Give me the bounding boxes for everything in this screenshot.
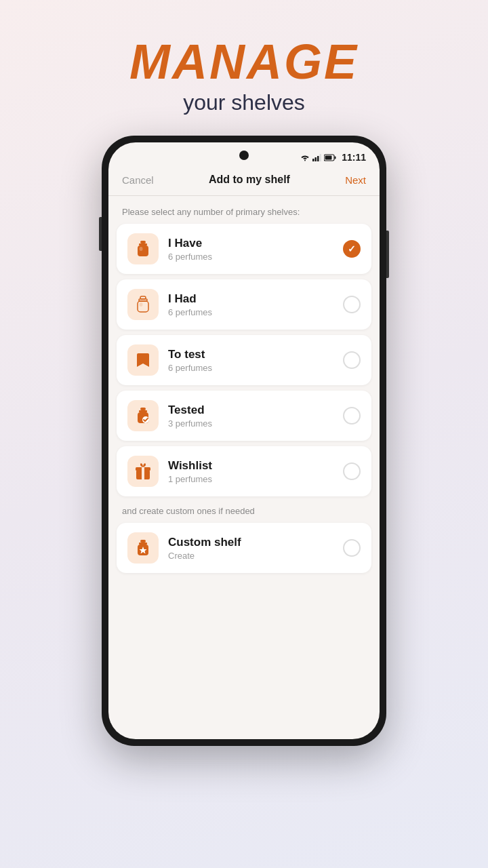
shelf-item-custom[interactable]: Custom shelf Create [117, 523, 371, 573]
svg-rect-16 [139, 410, 147, 412]
svg-rect-13 [138, 301, 148, 312]
bottle-outline-icon [134, 295, 152, 314]
svg-rect-9 [138, 245, 148, 256]
tested-icon-wrap [127, 400, 159, 431]
custom-shelf-name: Custom shelf [168, 536, 343, 549]
next-button[interactable]: Next [345, 174, 366, 186]
custom-shelf-count: Create [168, 551, 343, 561]
i-have-checkbox[interactable] [343, 240, 361, 258]
svg-point-14 [140, 302, 143, 307]
svg-rect-3 [320, 154, 322, 161]
svg-rect-6 [325, 155, 332, 159]
signal-icon [312, 154, 321, 161]
svg-rect-2 [317, 156, 319, 161]
i-have-icon-wrap [127, 233, 159, 264]
i-had-info: I Had 6 perfumes [168, 292, 343, 317]
svg-rect-24 [139, 542, 147, 545]
i-had-name: I Had [168, 292, 343, 306]
custom-shelf-info: Custom shelf Create [168, 536, 343, 561]
i-had-count: 6 perfumes [168, 307, 343, 317]
bottle-star-icon [134, 538, 152, 557]
primary-shelves-label: Please select any number of primary shel… [108, 196, 380, 224]
custom-shelves-label: and create custom ones if needed [108, 502, 380, 523]
i-had-icon-wrap [127, 289, 159, 320]
battery-icon [324, 154, 336, 161]
svg-rect-0 [312, 159, 314, 161]
bottle-check-icon [134, 406, 152, 425]
custom-icon-wrap [127, 532, 159, 564]
bottle-icon [134, 239, 152, 258]
wifi-icon [300, 154, 310, 161]
wishlist-info: Wishlist 1 perfumes [168, 459, 343, 484]
nav-bar: Cancel Add to my shelf Next [108, 167, 380, 196]
gift-icon [134, 462, 152, 481]
page-heading-manage: MANAGE [129, 37, 359, 86]
shelf-item-i-had[interactable]: I Had 6 perfumes [117, 279, 371, 330]
tested-count: 3 perfumes [168, 418, 343, 429]
i-have-name: I Have [168, 237, 343, 250]
wishlist-checkbox[interactable] [343, 462, 361, 480]
svg-rect-1 [315, 157, 317, 161]
wishlist-name: Wishlist [168, 459, 343, 473]
shelf-item-wishlist[interactable]: Wishlist 1 perfumes [117, 446, 371, 496]
shelf-item-to-test[interactable]: To test 6 perfumes [117, 335, 371, 385]
shelf-item-tested[interactable]: Tested 3 perfumes [117, 391, 371, 441]
tested-info: Tested 3 perfumes [168, 403, 343, 429]
wishlist-count: 1 perfumes [168, 474, 343, 484]
svg-rect-7 [140, 241, 146, 243]
to-test-info: To test 6 perfumes [168, 348, 343, 373]
svg-rect-8 [139, 243, 147, 245]
nav-title: Add to my shelf [209, 174, 290, 186]
wishlist-icon-wrap [127, 456, 159, 487]
tested-checkbox[interactable] [343, 407, 361, 425]
to-test-name: To test [168, 348, 343, 361]
status-icons [300, 154, 336, 161]
bookmark-icon [134, 351, 152, 370]
to-test-icon-wrap [127, 344, 159, 376]
svg-rect-22 [142, 467, 144, 479]
camera-notch [239, 151, 249, 160]
svg-rect-5 [335, 156, 336, 159]
status-time: 11:11 [342, 152, 366, 163]
cancel-button[interactable]: Cancel [122, 174, 154, 186]
shelf-content: Please select any number of primary shel… [108, 196, 380, 739]
to-test-count: 6 perfumes [168, 363, 343, 373]
svg-rect-23 [140, 540, 146, 542]
svg-rect-15 [140, 408, 146, 410]
shelf-item-i-have[interactable]: I Have 6 perfumes [117, 224, 371, 274]
page-heading-subtitle: your shelves [129, 90, 359, 115]
i-have-info: I Have 6 perfumes [168, 237, 343, 262]
svg-point-10 [140, 247, 143, 251]
phone-frame: 11:11 Cancel Add to my shelf Next Please… [102, 136, 386, 746]
tested-name: Tested [168, 403, 343, 417]
phone-screen: 11:11 Cancel Add to my shelf Next Please… [108, 142, 380, 739]
i-had-checkbox[interactable] [343, 296, 361, 313]
to-test-checkbox[interactable] [343, 351, 361, 369]
i-have-count: 6 perfumes [168, 252, 343, 262]
custom-shelf-checkbox[interactable] [343, 539, 361, 557]
